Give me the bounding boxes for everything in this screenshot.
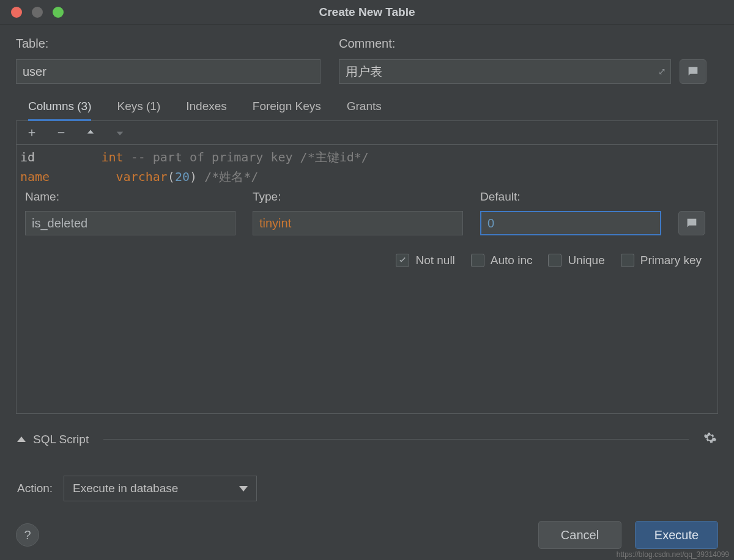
checkbox-not-null[interactable]: Not null [396,254,454,267]
table-label: Table: [16,37,321,51]
table-name-input[interactable] [16,59,321,84]
move-up-button[interactable] [84,126,97,139]
expand-icon[interactable]: ⤢ [658,66,666,77]
tab-columns[interactable]: Columns (3) [28,100,91,121]
collapse-toggle-icon[interactable] [17,437,26,442]
col-type: varchar [116,169,168,184]
add-column-button[interactable] [25,126,39,139]
minimize-window-button[interactable] [32,7,43,18]
window-title: Create New Table [0,6,734,19]
comment-dialog-button[interactable] [680,59,706,84]
tab-keys[interactable]: Keys (1) [117,100,160,121]
tab-foreign-keys[interactable]: Foreign Keys [253,100,321,121]
action-label: Action: [17,482,53,495]
chevron-down-icon [239,486,248,492]
tabs: Columns (3) Keys (1) Indexes Foreign Key… [16,100,718,121]
checkbox-label: Auto inc [491,254,533,267]
window-controls [11,7,64,18]
column-type-input[interactable] [253,211,463,235]
column-comment-button[interactable] [678,211,705,235]
column-name-label: Name: [25,190,253,204]
remove-column-button[interactable] [54,126,68,139]
sql-script-title: SQL Script [33,433,89,446]
action-select-value: Execute in database [73,482,178,495]
titlebar: Create New Table [0,0,734,24]
column-edit-form: Name: Type: Default: Not null [17,186,717,267]
checkbox-label: Unique [568,254,604,267]
gear-icon[interactable] [703,431,717,448]
checkbox-label: Primary key [640,254,702,267]
column-name-input[interactable] [25,211,235,235]
checkbox-unique[interactable]: Unique [548,254,604,267]
columns-list[interactable]: id int -- part of primary key /*主键id*/ n… [17,145,717,186]
col-type: int [101,150,123,164]
sql-script-section: SQL Script Action: Execute in database [16,431,718,501]
column-default-input[interactable] [480,211,661,235]
cancel-button[interactable]: Cancel [538,521,621,549]
divider [103,439,689,440]
column-flags: Not null Auto inc Unique Primary key [25,254,709,267]
help-button[interactable]: ? [16,523,39,547]
column-type-label: Type: [253,190,480,204]
columns-toolbar [17,121,717,145]
checkbox-primary-key[interactable]: Primary key [621,254,702,267]
comment-label: Comment: [339,37,706,51]
checkbox-auto-inc[interactable]: Auto inc [471,254,533,267]
close-window-button[interactable] [11,7,22,18]
col-name: name [20,169,50,184]
column-row[interactable]: id int -- part of primary key /*主键id*/ [20,147,714,167]
columns-panel: id int -- part of primary key /*主键id*/ n… [16,120,718,414]
tab-indexes[interactable]: Indexes [186,100,227,121]
watermark: https://blog.csdn.net/qq_39314099 [617,550,729,559]
column-default-label: Default: [480,190,520,204]
action-select[interactable]: Execute in database [64,476,257,501]
comment-input[interactable] [339,59,671,84]
checkbox-label: Not null [415,254,454,267]
execute-button[interactable]: Execute [635,521,718,549]
tab-grants[interactable]: Grants [347,100,382,121]
col-name: id [20,150,35,164]
move-down-button [113,126,127,139]
maximize-window-button[interactable] [53,7,64,18]
column-row[interactable]: name varchar(20) /*姓名*/ [20,167,714,186]
